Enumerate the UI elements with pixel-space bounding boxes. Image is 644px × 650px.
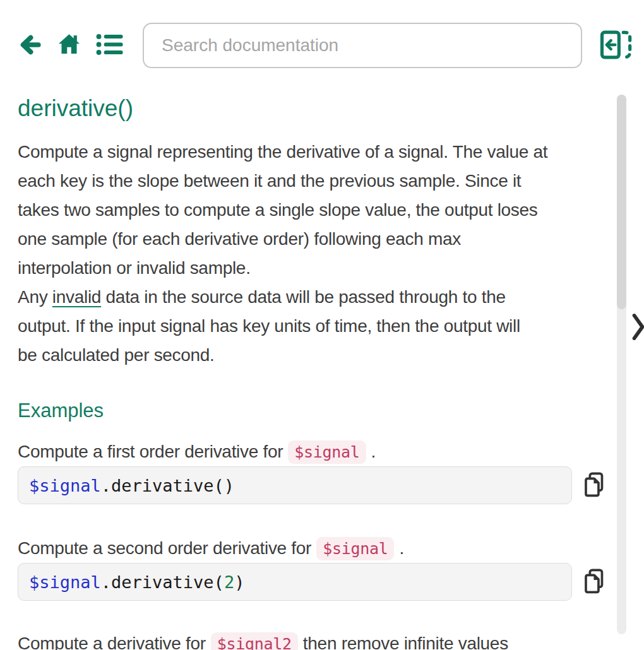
- inline-code-signal2: $signal2: [211, 632, 298, 650]
- home-button[interactable]: [57, 32, 81, 59]
- code-token-variable: $signal: [29, 572, 101, 592]
- example-3-description: Compute a derivative for$signal2then rem…: [18, 630, 606, 650]
- doc-content: derivative() Compute a signal representi…: [18, 95, 606, 650]
- copy-icon: [583, 569, 604, 596]
- back-arrow-icon: [18, 32, 41, 59]
- examples-heading: Examples: [18, 399, 606, 423]
- copy-button[interactable]: [581, 470, 606, 500]
- description-line: Compute a signal representing the deriva…: [18, 138, 606, 167]
- back-button[interactable]: [18, 32, 41, 59]
- table-of-contents-button[interactable]: [96, 33, 124, 57]
- description-line: one sample (for each derivative order) f…: [18, 225, 606, 254]
- inline-code-signal: $signal: [316, 537, 394, 560]
- description-line: each key is the slope between it and the…: [18, 167, 606, 196]
- description-line: output. If the input signal has key unit…: [18, 312, 606, 341]
- example-desc-text: .: [371, 442, 376, 461]
- collapse-panel-button[interactable]: [600, 29, 633, 62]
- example-1-code-row: $signal.derivative(): [18, 466, 606, 504]
- inline-code-signal: $signal: [288, 440, 366, 464]
- code-token-plain: .derivative(): [101, 476, 234, 495]
- collapse-panel-icon: [600, 29, 633, 62]
- copy-button[interactable]: [581, 567, 606, 597]
- example-2-description: Compute a second order derivative for$si…: [18, 535, 606, 563]
- description-line: interpolation or invalid sample.: [18, 254, 606, 283]
- search-input[interactable]: [143, 23, 582, 68]
- scrollbar-thumb[interactable]: [617, 95, 626, 309]
- code-token-plain: .derivative(: [101, 572, 224, 592]
- example-1-description: Compute a first order derivative for$sig…: [18, 438, 606, 466]
- note-prefix: Any: [18, 287, 52, 307]
- code-token-plain: ): [234, 572, 244, 592]
- example-desc-text: .: [399, 538, 403, 558]
- home-icon: [57, 32, 81, 59]
- example-desc-text: Compute a first order derivative for: [18, 442, 283, 461]
- example-2-code-block: $signal.derivative(2): [18, 563, 572, 601]
- bullet-list-icon: [96, 33, 124, 57]
- invalid-link[interactable]: invalid: [52, 287, 101, 307]
- example-desc-text: Compute a derivative for: [18, 634, 206, 650]
- description-paragraph: Compute a signal representing the deriva…: [18, 138, 606, 370]
- example-2-code-row: $signal.derivative(2): [18, 563, 606, 601]
- code-token-variable: $signal: [29, 476, 101, 495]
- description-line-with-link: Any invalid data in the source data will…: [18, 283, 606, 312]
- example-desc-text: then remove infinite values: [303, 634, 508, 650]
- example-desc-text: Compute a second order derivative for: [18, 538, 311, 558]
- example-1-code-block: $signal.derivative(): [18, 466, 572, 504]
- page-title: derivative(): [18, 95, 606, 122]
- note-suffix: data in the source data will be passed t…: [101, 287, 506, 307]
- chevron-right-icon: [632, 333, 644, 343]
- toolbar: [18, 23, 633, 68]
- copy-icon: [583, 472, 604, 499]
- expand-panel-chevron-button[interactable]: [632, 313, 644, 343]
- scrollbar-track[interactable]: [617, 95, 626, 634]
- description-line: takes two samples to compute a single sl…: [18, 196, 606, 225]
- code-token-number: 2: [224, 572, 234, 592]
- description-line: be calculated per second.: [18, 341, 606, 370]
